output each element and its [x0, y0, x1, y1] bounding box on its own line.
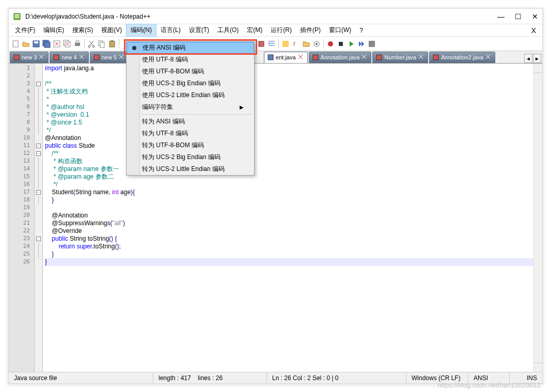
function-icon[interactable]: f: [291, 39, 301, 49]
menu-?[interactable]: ?: [355, 25, 367, 36]
menu-item-使用 UTF-8-BOM 编码[interactable]: 使用 UTF-8-BOM 编码: [127, 66, 254, 77]
code-line-4[interactable]: * 注解生成文档: [45, 88, 533, 96]
fold-marker[interactable]: −: [35, 80, 42, 88]
fold-marker[interactable]: −: [35, 189, 42, 196]
menu-item-使用 UTF-8 编码[interactable]: 使用 UTF-8 编码: [127, 54, 254, 66]
fold-marker[interactable]: −: [35, 142, 42, 150]
menu-item-转为 UTF-8-BOM 编码[interactable]: 转为 UTF-8-BOM 编码: [127, 139, 254, 151]
minimize-button[interactable]: —: [497, 12, 505, 21]
code-line-1[interactable]: import java.lang.a: [45, 65, 533, 72]
tab-ent.java[interactable]: ent.java: [264, 52, 308, 63]
menu-搜索(S)[interactable]: 搜索(S): [68, 24, 97, 36]
menu-item-转为 ANSI 编码[interactable]: 转为 ANSI 编码: [127, 116, 254, 128]
save-icon[interactable]: [32, 39, 41, 49]
open-icon[interactable]: [21, 39, 30, 49]
code-line-15[interactable]: * @param age 参数二: [45, 173, 533, 181]
menu-item-使用 ANSI 编码[interactable]: 使用 ANSI 编码: [127, 42, 254, 54]
code-line-22[interactable]: @Override: [45, 227, 533, 235]
code-line-26[interactable]: }: [45, 258, 533, 266]
vertical-scrollbar[interactable]: [533, 64, 542, 372]
code-line-9[interactable]: */: [45, 127, 533, 134]
indent-icon[interactable]: [267, 39, 276, 49]
stop-icon[interactable]: [336, 39, 345, 49]
menu-编码(N)[interactable]: 编码(N): [126, 24, 156, 37]
fast-forward-icon[interactable]: [357, 39, 366, 49]
copy-icon[interactable]: [97, 39, 106, 49]
code-line-12[interactable]: /**: [45, 150, 533, 158]
menu-视图(V)[interactable]: 视图(V): [97, 24, 126, 36]
cut-icon[interactable]: [87, 39, 96, 49]
code-line-23[interactable]: public String toString() {: [45, 235, 533, 243]
code-line-5[interactable]: *: [45, 96, 533, 103]
code-line-17[interactable]: Student(String name, int age){: [45, 189, 533, 196]
tab-new 3[interactable]: new 3: [10, 52, 49, 63]
tab-new 5[interactable]: new 5: [90, 52, 129, 63]
tab-close-icon[interactable]: [119, 54, 125, 60]
code-line-11[interactable]: public class Stude: [45, 142, 533, 150]
tab-close-icon[interactable]: [485, 54, 492, 60]
code-line-10[interactable]: @Annotation: [45, 134, 533, 142]
menu-文件(F)[interactable]: 文件(F): [11, 24, 39, 36]
menu-item-编码字符集[interactable]: 编码字符集▶: [127, 101, 254, 113]
menu-item-转为 UCS-2 Little Endian 编码[interactable]: 转为 UCS-2 Little Endian 编码: [127, 163, 254, 175]
code-line-14[interactable]: * @param name 参数一: [45, 165, 533, 173]
tab-close-icon[interactable]: [418, 54, 424, 60]
tool-icon[interactable]: [257, 39, 266, 49]
code-line-3[interactable]: /**: [45, 80, 533, 88]
tab-close-icon[interactable]: [298, 54, 304, 60]
tab-close-icon[interactable]: [361, 54, 368, 60]
close-button[interactable]: ✕: [532, 12, 538, 21]
menu-设置(T)[interactable]: 设置(T): [185, 24, 213, 36]
tab-close-icon[interactable]: [79, 54, 85, 60]
maximize-button[interactable]: ☐: [515, 12, 522, 21]
menu-编辑(E)[interactable]: 编辑(E): [39, 24, 68, 36]
tab-scroll-left[interactable]: ◄: [524, 54, 532, 63]
code-line-13[interactable]: * 构造函数: [45, 158, 533, 165]
code-line-24[interactable]: return super.toString();: [45, 243, 533, 250]
paste-icon[interactable]: [107, 39, 117, 49]
menu-运行(R)[interactable]: 运行(R): [266, 24, 296, 36]
code-editor[interactable]: import java.lang.a /** * 注解生成文档 * * @aut…: [43, 64, 533, 372]
print-icon[interactable]: [73, 39, 82, 49]
fold-marker[interactable]: −: [35, 235, 42, 243]
code-line-20[interactable]: @Annotation: [45, 212, 533, 219]
code-line-25[interactable]: }: [45, 250, 533, 258]
folder-icon[interactable]: [302, 39, 311, 49]
fold-marker[interactable]: −: [35, 150, 42, 158]
code-line-16[interactable]: */: [45, 181, 533, 189]
tab-scroll-right[interactable]: ►: [533, 54, 541, 63]
code-line-8[interactable]: * @since 1.5: [45, 119, 533, 127]
record-icon[interactable]: [326, 39, 335, 49]
doc-close-button[interactable]: X: [527, 26, 540, 35]
tool-icon-2[interactable]: [281, 39, 290, 49]
tab-Number.java[interactable]: Number.java: [372, 52, 428, 63]
tab-Annotation.java[interactable]: Annotation.java: [309, 52, 372, 63]
menu-语言(L)[interactable]: 语言(L): [156, 24, 185, 36]
menu-插件(P)[interactable]: 插件(P): [296, 24, 325, 36]
code-line-7[interactable]: * @version 0.1: [45, 111, 533, 119]
fold-marker: [35, 127, 42, 134]
menu-宏(M)[interactable]: 宏(M): [243, 24, 266, 36]
menu-item-转为 UCS-2 Big Endian 编码[interactable]: 转为 UCS-2 Big Endian 编码: [127, 151, 254, 163]
close-doc-icon[interactable]: [52, 39, 61, 49]
menu-工具(O)[interactable]: 工具(O): [213, 24, 243, 36]
code-line-18[interactable]: }: [45, 196, 533, 204]
code-line-21[interactable]: @SuppressWarnings("all"): [45, 219, 533, 227]
tab-Annotation2.java[interactable]: Annotation2.java: [429, 52, 495, 63]
code-line-19[interactable]: [45, 204, 533, 212]
menu-item-使用 UCS-2 Little Endian 编码[interactable]: 使用 UCS-2 Little Endian 编码: [127, 89, 254, 101]
save-macro-icon[interactable]: [367, 39, 376, 49]
menu-item-转为 UTF-8 编码[interactable]: 转为 UTF-8 编码: [127, 128, 254, 139]
save-all-icon[interactable]: [42, 39, 51, 49]
menu-窗口(W)[interactable]: 窗口(W): [325, 24, 355, 36]
tab-new 4[interactable]: new 4: [50, 52, 88, 63]
monitor-icon[interactable]: [312, 39, 321, 49]
tab-close-icon[interactable]: [39, 54, 45, 60]
close-all-icon[interactable]: [62, 39, 72, 49]
play-icon[interactable]: [347, 39, 356, 49]
code-line-2[interactable]: [45, 72, 533, 80]
menu-item-使用 UCS-2 Big Endian 编码[interactable]: 使用 UCS-2 Big Endian 编码: [127, 77, 254, 89]
code-line-6[interactable]: * @author hsl: [45, 103, 533, 111]
svg-rect-12: [76, 41, 79, 43]
new-icon[interactable]: [11, 39, 20, 49]
